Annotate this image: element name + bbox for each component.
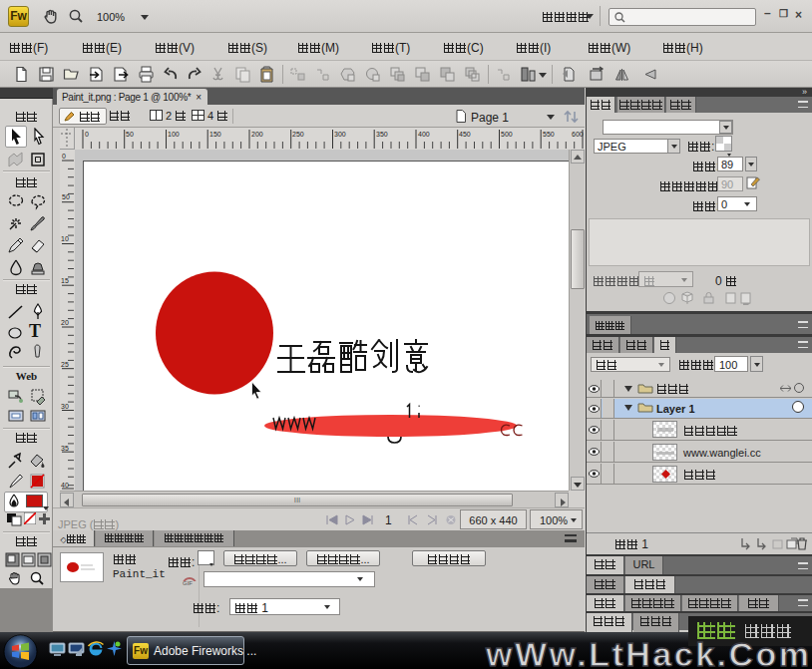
svg-text:250: 250 [292,131,304,138]
svg-text:GIF: GIF [183,580,193,586]
svg-text:15: 15 [61,277,69,284]
svg-text:150: 150 [209,131,221,138]
svg-text:100: 100 [168,131,180,138]
svg-text:30: 30 [61,403,69,410]
svg-text:25: 25 [61,361,69,368]
svg-text:450: 450 [459,131,471,138]
svg-text:10: 10 [61,235,69,242]
svg-text:400: 400 [418,131,430,138]
svg-text:200: 200 [251,131,263,138]
svg-text:300: 300 [334,131,346,138]
svg-text:600: 600 [572,131,584,138]
svg-text:35: 35 [61,445,69,452]
svg-text:20: 20 [61,319,69,326]
svg-text:50: 50 [126,131,134,138]
svg-text:550: 550 [543,131,555,138]
svg-text:50: 50 [62,193,70,200]
svg-text:0: 0 [85,131,89,138]
svg-text:0: 0 [62,153,66,160]
svg-text:500: 500 [501,131,513,138]
svg-text:40: 40 [61,482,69,489]
svg-text:350: 350 [376,131,388,138]
